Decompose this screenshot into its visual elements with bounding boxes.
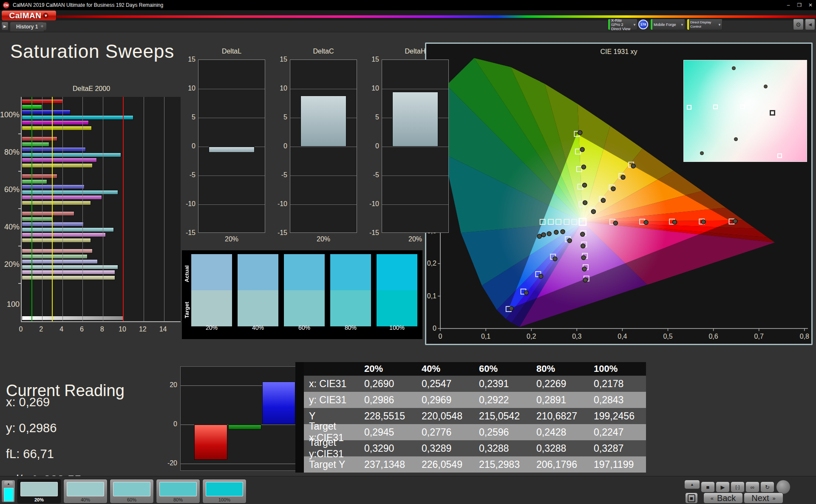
gridline bbox=[382, 204, 448, 205]
notch bbox=[295, 392, 304, 408]
measured-circle bbox=[524, 291, 528, 295]
big-stop-button[interactable]: ■ bbox=[685, 493, 698, 504]
reference-line bbox=[52, 97, 53, 321]
next-button[interactable]: Next » bbox=[744, 493, 783, 504]
delta-y-tick: -10 bbox=[181, 200, 196, 208]
cell-value: 0,2891 bbox=[531, 392, 589, 408]
collapse-panel-button[interactable]: ◀ bbox=[805, 19, 815, 30]
delta-y-tick: 10 bbox=[181, 85, 196, 92]
single-measure-button[interactable]: [·] bbox=[731, 481, 745, 493]
delta-y-tick: -15 bbox=[273, 229, 287, 237]
chevron-up-icon[interactable]: ▲ bbox=[4, 481, 13, 487]
back-button[interactable]: « Back bbox=[703, 493, 743, 504]
reference-line bbox=[123, 97, 124, 321]
delta-y-tick: 0 bbox=[273, 142, 287, 150]
chevrons-right-icon: » bbox=[772, 495, 775, 501]
deltac-chart bbox=[290, 59, 357, 233]
notch bbox=[295, 376, 304, 392]
measured-circle bbox=[581, 244, 585, 248]
pattern-button-20%[interactable]: 20% bbox=[17, 479, 61, 504]
calman-menu-button[interactable]: CalMAN ▼ bbox=[2, 11, 56, 20]
expand-controls-button[interactable]: ▲ bbox=[684, 480, 700, 489]
refresh-button[interactable]: ↻ bbox=[760, 481, 774, 493]
minimize-button[interactable]: – bbox=[783, 0, 794, 10]
swatch-label: 100% bbox=[377, 324, 417, 331]
dial-knob[interactable] bbox=[776, 480, 790, 494]
column-header: 80% bbox=[531, 362, 589, 376]
pattern-toolbar: ▲ 20%40%60%80%100% ▲ ■ ▶ [·] ∞ ↻ ■ « Bac… bbox=[0, 476, 816, 504]
pattern-button-40%[interactable]: 40% bbox=[63, 479, 108, 504]
pattern-button-80%[interactable]: 80% bbox=[156, 479, 200, 504]
swatch-label: 60% bbox=[284, 324, 325, 331]
deltae-group-label: 20% bbox=[0, 260, 20, 269]
pattern-swatch bbox=[159, 482, 197, 496]
meter-count-badge[interactable]: 178 bbox=[638, 20, 648, 29]
next-label: Next bbox=[751, 493, 769, 503]
actual-swatch bbox=[238, 254, 278, 290]
inset-target-square bbox=[777, 153, 782, 158]
cell-value: 237,1348 bbox=[359, 456, 416, 473]
deltae-bar-yellow bbox=[22, 275, 115, 280]
x-tick-label: 0,3 bbox=[572, 333, 581, 340]
measured-circle bbox=[541, 232, 546, 237]
gridline bbox=[290, 204, 357, 205]
measured-circle bbox=[631, 164, 635, 168]
gridline bbox=[382, 176, 448, 176]
swatch-column bbox=[377, 254, 417, 326]
deltae-bar-cyan bbox=[22, 115, 133, 120]
settings-button[interactable]: ⚙ bbox=[793, 19, 804, 30]
delta-y-tick: 15 bbox=[181, 56, 196, 63]
delta-y-tick: -10 bbox=[365, 200, 379, 208]
cell-value: 0,2428 bbox=[531, 424, 589, 440]
close-button[interactable]: ✕ bbox=[805, 0, 816, 10]
actual-target-swatches: ActualTarget20%40%60%80%100% bbox=[182, 250, 422, 339]
rgb-bar-red bbox=[194, 425, 227, 460]
play-button[interactable]: ▶ bbox=[716, 481, 730, 493]
back-label: Back bbox=[717, 493, 736, 503]
delta-x-label: 20% bbox=[382, 235, 449, 243]
gridline bbox=[382, 147, 448, 147]
measured-circle bbox=[509, 306, 513, 311]
pattern-button-60%[interactable]: 60% bbox=[110, 479, 154, 504]
delta-y-tick: 15 bbox=[365, 56, 379, 63]
meter-select[interactable]: X-Rite i1Pro 2 Direct View ▼ bbox=[608, 19, 638, 30]
maximize-button[interactable]: ❒ bbox=[794, 0, 805, 10]
delta-y-tick: 5 bbox=[273, 113, 287, 121]
page-title: Saturation Sweeps bbox=[10, 41, 174, 62]
measured-circle bbox=[644, 220, 648, 224]
deltae-bar-magenta bbox=[22, 270, 115, 275]
delta-y-tick: 5 bbox=[181, 113, 196, 121]
display-control-select[interactable]: Direct Display Control ▼ bbox=[687, 19, 722, 30]
stop-icon: ■ bbox=[688, 494, 695, 502]
add-tab-button[interactable]: + bbox=[38, 23, 46, 30]
play-icon: ▶ bbox=[721, 484, 725, 490]
deltae-bar-green bbox=[22, 217, 52, 221]
pattern-button-100%[interactable]: 100% bbox=[202, 479, 246, 504]
calman-logo: CalMAN bbox=[9, 11, 42, 20]
deltae-group-label: 60% bbox=[0, 185, 20, 194]
gridline bbox=[198, 89, 265, 89]
deltae-bar-cyan bbox=[22, 190, 118, 195]
gridline bbox=[198, 118, 265, 118]
measured-circle bbox=[561, 229, 565, 234]
delta-chart-title: DeltaH bbox=[382, 48, 449, 55]
swatch-label: 40% bbox=[238, 324, 278, 331]
measured-circle bbox=[581, 232, 585, 236]
measured-circle bbox=[580, 147, 584, 152]
axis-tick bbox=[18, 246, 21, 246]
gridline bbox=[290, 176, 357, 176]
source-select[interactable]: Mobile Forge ▼ bbox=[650, 19, 685, 30]
notch bbox=[295, 362, 304, 376]
pattern-preview-panel[interactable]: ▲ bbox=[1, 480, 15, 503]
measured-circle bbox=[613, 221, 618, 225]
measured-circle bbox=[621, 175, 625, 179]
deltae-bar-yellow bbox=[22, 163, 93, 168]
chevron-down-icon: ▼ bbox=[680, 23, 684, 27]
continuous-measure-button[interactable]: ∞ bbox=[745, 481, 759, 493]
interval-icon: [·] bbox=[736, 484, 740, 490]
x-tick-label: 0,6 bbox=[708, 333, 718, 340]
cell-value: 210,6827 bbox=[531, 408, 589, 424]
stop-button[interactable]: ■ bbox=[701, 481, 715, 493]
tab-scroll-button[interactable]: ▶ bbox=[1, 22, 8, 31]
results-table: 20%40%60%80%100%x: CIE310,26900,25470,23… bbox=[295, 362, 646, 473]
